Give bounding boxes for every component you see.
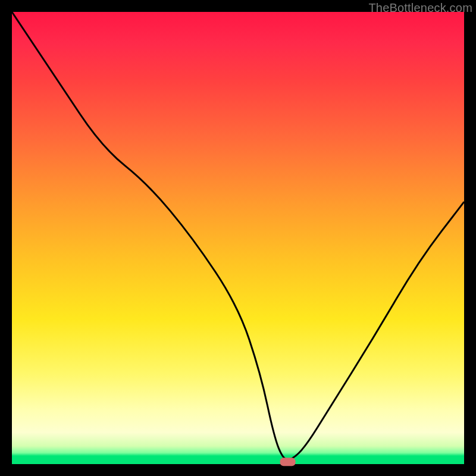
plot-area — [12, 12, 464, 464]
optimum-marker — [280, 458, 296, 466]
bottleneck-curve-svg — [12, 12, 464, 464]
chart-frame: TheBottleneck.com — [0, 0, 476, 476]
bottleneck-curve-path — [12, 12, 464, 459]
